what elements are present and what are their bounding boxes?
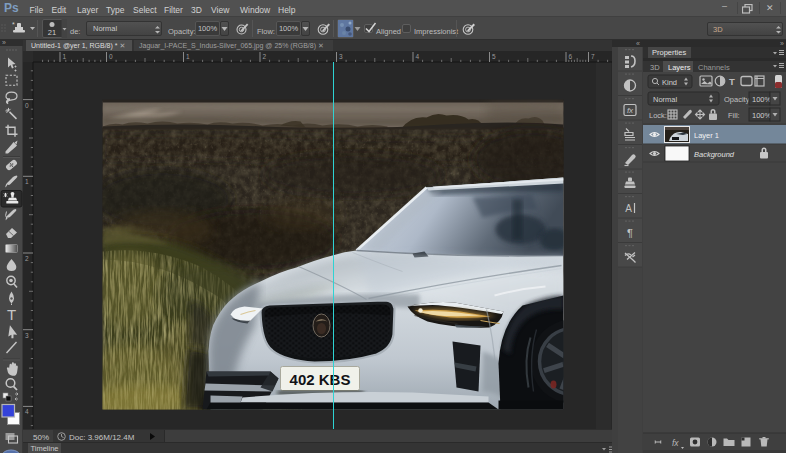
svg-text:2: 2 <box>25 255 29 262</box>
svg-text:7: 7 <box>591 53 595 60</box>
svg-text:Lock:: Lock: <box>649 111 667 120</box>
svg-text:Properties: Properties <box>652 48 686 57</box>
svg-text:4: 4 <box>416 53 420 60</box>
svg-text:Opacity:: Opacity: <box>724 95 752 104</box>
svg-text:5: 5 <box>492 53 496 60</box>
svg-text:fx: fx <box>672 438 679 448</box>
svg-text:Layer 1: Layer 1 <box>694 131 719 140</box>
svg-text:Layers: Layers <box>668 63 691 72</box>
svg-text:Kind: Kind <box>662 78 677 87</box>
svg-text:4: 4 <box>25 408 29 415</box>
svg-text:Normal: Normal <box>653 95 678 104</box>
svg-text:1: 1 <box>186 53 190 60</box>
svg-text:100%: 100% <box>752 95 772 104</box>
svg-text:Background: Background <box>694 150 735 159</box>
svg-text:T: T <box>7 306 16 323</box>
svg-text:21: 21 <box>48 28 56 37</box>
svg-text:6: 6 <box>569 53 573 60</box>
svg-text:0: 0 <box>109 53 113 60</box>
svg-text:3: 3 <box>339 53 343 60</box>
svg-text:3D: 3D <box>650 63 660 72</box>
svg-text:fx: fx <box>627 106 634 115</box>
svg-text:A: A <box>625 203 632 214</box>
svg-text:¶: ¶ <box>627 227 633 239</box>
svg-text:Fill:: Fill: <box>728 111 740 120</box>
svg-text:3: 3 <box>25 332 29 339</box>
svg-text:1: 1 <box>25 178 29 185</box>
svg-text:402 KBS: 402 KBS <box>290 371 351 388</box>
svg-text:*: * <box>12 21 15 28</box>
svg-text:Channels: Channels <box>698 63 730 72</box>
svg-text:2: 2 <box>263 53 267 60</box>
svg-text:100%: 100% <box>752 111 772 120</box>
svg-text:1: 1 <box>63 53 67 60</box>
svg-text:0: 0 <box>25 102 29 109</box>
svg-text:T: T <box>729 76 735 87</box>
